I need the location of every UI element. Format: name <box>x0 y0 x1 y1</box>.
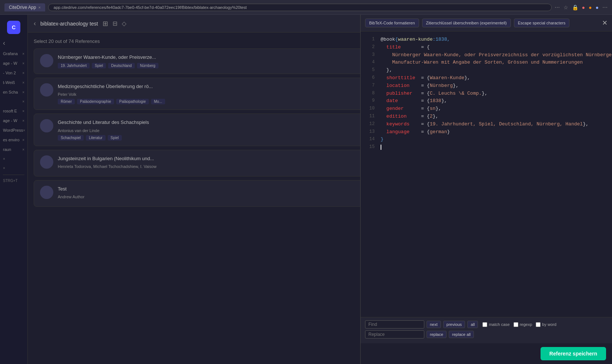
ref-tag: 19. Jahrhundert <box>58 63 90 68</box>
close-icon[interactable]: × <box>22 71 24 75</box>
code-text: title = { <box>381 44 430 51</box>
code-text: @book{waaren-kunde:1838, <box>381 36 450 44</box>
shield-icon[interactable]: 🔒 <box>572 4 578 10</box>
by-word-label[interactable]: by word <box>536 322 556 327</box>
close-panel-button[interactable]: ✕ <box>602 19 608 27</box>
share-icon[interactable]: ☆ <box>563 4 568 10</box>
find-previous-button[interactable]: previous <box>443 321 465 328</box>
add-icon[interactable]: ⊞ <box>103 20 108 28</box>
line-number: 14 <box>364 136 375 144</box>
replace-input[interactable] <box>365 330 424 338</box>
regexp-label[interactable]: regexp <box>514 322 532 327</box>
line-number: 6 <box>364 74 375 82</box>
find-all-button[interactable]: all <box>467 321 478 328</box>
code-line-10: 10 gender = {sn}, <box>361 105 612 113</box>
by-word-text: by word <box>542 322 556 327</box>
regexp-checkbox[interactable] <box>514 322 518 327</box>
override-citation-button[interactable]: Zitierschlüssel überschreiben (experimen… <box>422 18 511 27</box>
sidebar-item-weiss[interactable]: t-Weiß × <box>0 78 27 87</box>
code-line-7: 7 location = {Nürnberg}, <box>361 82 612 90</box>
sidebar-item-empty1[interactable]: × <box>0 97 27 106</box>
match-case-label[interactable]: match case <box>482 322 509 327</box>
ref-tag: Mo... <box>151 99 165 104</box>
sidebar-item-scha[interactable]: en Scha × <box>0 88 27 97</box>
close-icon[interactable]: × <box>22 81 24 85</box>
app-container: C ‹ Grafana × age - W × - Von 2 × t-Weiß… <box>0 15 612 364</box>
ref-tag: Paläodemographie <box>77 99 114 104</box>
grid-icon[interactable]: ⊟ <box>113 20 117 27</box>
sidebar-item-wordpress[interactable]: WordPress × <box>0 126 27 135</box>
by-word-checkbox[interactable] <box>536 322 541 327</box>
close-icon[interactable]: × <box>22 148 24 152</box>
code-text: keywords = {19. Jahrhundert, Spiel, Deut… <box>381 121 589 128</box>
more-icon[interactable]: ⋯ <box>602 4 608 10</box>
browser-tab[interactable]: CiteDrive App × <box>4 3 45 11</box>
match-case-checkbox[interactable] <box>482 322 487 327</box>
addon1-icon[interactable]: ● <box>582 4 585 10</box>
sidebar-item-empty3[interactable]: × <box>0 164 27 172</box>
close-icon[interactable]: × <box>23 128 25 132</box>
tab-label: CiteDrive App <box>9 5 36 10</box>
sidebar-item-raun[interactable]: raun × <box>0 145 27 154</box>
ref-tag: Spiel <box>92 63 106 68</box>
line-number: 13 <box>364 128 375 136</box>
bookmark-icon[interactable]: ◇ <box>122 20 126 27</box>
close-icon[interactable]: × <box>3 157 5 161</box>
code-text: }, <box>381 67 392 74</box>
code-line-2: 2 title = { <box>361 44 612 51</box>
address-text: app.citedrive.com/references/fe40adc7-7b… <box>54 5 247 10</box>
extensions-icon[interactable]: ⋯ <box>555 4 560 10</box>
close-icon[interactable]: × <box>22 61 24 65</box>
code-line-3: 3 Nürnberger Waaren-Kunde, oder Preisver… <box>361 51 612 59</box>
address-bar[interactable]: app.citedrive.com/references/fe40adc7-7b… <box>48 4 552 11</box>
line-number: 11 <box>364 113 375 121</box>
close-icon[interactable]: × <box>22 138 24 142</box>
save-bar: Referenz speichern <box>361 343 612 364</box>
replace-all-button[interactable]: replace all <box>449 331 474 338</box>
ref-tag: Nürnberg <box>137 63 158 68</box>
replace-button[interactable]: replace <box>427 331 447 338</box>
line-number: 7 <box>364 82 375 90</box>
line-number: 5 <box>364 67 375 74</box>
save-reference-button[interactable]: Referenz speichern <box>541 347 606 360</box>
sidebar-item-empty2[interactable]: × <box>0 155 27 163</box>
code-line-11: 11 edition = {2}, <box>361 113 612 121</box>
sidebar-item-label: Grafana <box>3 51 18 56</box>
code-text: shorttitle = {Waaren-Kunde}, <box>381 74 470 82</box>
sidebar-item-age-w2[interactable]: age - W × <box>0 116 27 125</box>
app-logo[interactable]: C <box>7 21 20 34</box>
close-icon[interactable]: × <box>22 52 24 56</box>
ref-tag: Römer <box>58 99 75 104</box>
sidebar-item-label: es enviro <box>3 138 20 142</box>
browser-chrome: CiteDrive App × app.citedrive.com/refere… <box>0 0 612 15</box>
find-input[interactable] <box>365 320 424 328</box>
regexp-text: regexp <box>520 322 532 327</box>
code-text: gender = {sn}, <box>381 105 441 113</box>
sidebar-item-enviro[interactable]: es enviro × <box>0 135 27 144</box>
code-editor[interactable]: 1 @book{waaren-kunde:1838, 2 title = { 3… <box>361 31 612 317</box>
sidebar-item-microsoft[interactable]: rosoft E × <box>0 107 27 115</box>
ref-tag: Deutschland <box>108 63 135 68</box>
find-next-button[interactable]: next <box>427 321 441 328</box>
addon2-icon[interactable]: ● <box>589 4 592 10</box>
sidebar: C ‹ Grafana × age - W × - Von 2 × t-Weiß… <box>0 15 28 364</box>
ref-tag: Paläopathologie <box>116 99 149 104</box>
format-bibtex-button[interactable]: BibTeX-Code formatieren <box>365 18 419 27</box>
nav-back-button[interactable]: ‹ <box>34 20 36 27</box>
close-icon[interactable]: × <box>3 166 5 170</box>
sidebar-item-label: t-Weiß <box>3 80 15 85</box>
sidebar-item-von2[interactable]: - Von 2 × <box>0 68 27 77</box>
sidebar-item-label: WordPress <box>3 128 23 132</box>
escape-chars-button[interactable]: Escape special characters <box>514 18 569 27</box>
close-icon[interactable]: × <box>22 109 24 113</box>
close-icon[interactable]: × <box>22 119 24 123</box>
sidebar-item-age-w[interactable]: age - W × <box>0 59 27 68</box>
back-button[interactable]: ‹ <box>0 38 27 48</box>
tab-close-icon[interactable]: × <box>38 5 40 10</box>
addon3-icon[interactable]: ● <box>596 4 599 10</box>
app-title: biblatex-archaeology test <box>40 21 98 27</box>
close-icon[interactable]: × <box>22 90 24 94</box>
sidebar-item-grafana[interactable]: Grafana × <box>0 49 27 58</box>
close-icon[interactable]: × <box>22 100 24 104</box>
code-line-8: 8 publisher = {C. Leuchs \& Comp.}, <box>361 90 612 98</box>
